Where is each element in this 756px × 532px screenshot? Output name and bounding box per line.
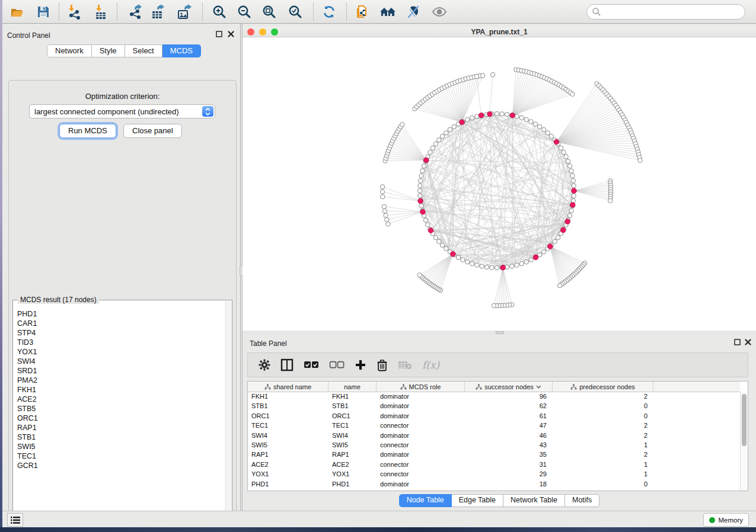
- float-panel-icon[interactable]: [215, 30, 223, 38]
- tab-network[interactable]: Network: [47, 44, 92, 57]
- list-item[interactable]: TEC1: [17, 451, 226, 461]
- table-row[interactable]: SWI5SWI5connector431: [248, 441, 740, 450]
- show-column-button[interactable]: [280, 356, 294, 374]
- show-task-history-button[interactable]: [7, 513, 23, 527]
- table-row[interactable]: STB1STB1dominator620: [248, 402, 740, 411]
- table-panel: Table Panel f(x) shared name name MCDS r…: [243, 335, 756, 511]
- export-image-button[interactable]: [174, 2, 194, 21]
- list-item[interactable]: SRD1: [17, 366, 226, 376]
- graphics-details-button[interactable]: [404, 2, 424, 21]
- delete-column-button[interactable]: [377, 356, 388, 374]
- zoom-out-button[interactable]: [234, 2, 254, 21]
- table-row[interactable]: ORC1ORC1dominator610: [248, 412, 740, 421]
- delete-table-button[interactable]: [398, 356, 412, 374]
- list-item[interactable]: PMA2: [17, 376, 226, 385]
- memory-status-icon: [709, 517, 715, 523]
- tab-mcds[interactable]: MCDS: [162, 44, 201, 57]
- clone-network-button[interactable]: [352, 2, 372, 21]
- list-item[interactable]: GCR1: [17, 461, 226, 470]
- zoom-selected-button[interactable]: [285, 2, 305, 21]
- network-window-titlebar[interactable]: YPA_prune.txt_1: [243, 27, 756, 37]
- list-item[interactable]: STB5: [17, 404, 226, 414]
- zoom-in-button[interactable]: [209, 2, 229, 21]
- tab-edge-table[interactable]: Edge Table: [452, 494, 503, 507]
- list-item[interactable]: CAR1: [17, 319, 226, 328]
- run-mcds-button[interactable]: Run MCDS: [59, 124, 116, 138]
- shared-column-icon: [476, 384, 482, 390]
- fx-icon: f(x): [422, 359, 439, 371]
- list-scrollbar[interactable]: [225, 301, 231, 519]
- table-row[interactable]: RAP1RAP1dominator352: [248, 450, 740, 460]
- table-row[interactable]: ACE2ACE2connector311: [248, 460, 740, 470]
- clone-network-icon: [354, 4, 371, 20]
- list-item[interactable]: FKH1: [17, 385, 226, 395]
- table-settings-button[interactable]: [259, 356, 270, 374]
- export-table-button[interactable]: [148, 2, 168, 21]
- table-row[interactable]: FKH1FKH1dominator962: [248, 392, 740, 402]
- function-builder-button[interactable]: f(x): [422, 356, 439, 374]
- export-network-button[interactable]: [125, 2, 145, 21]
- tab-network-table[interactable]: Network Table: [503, 494, 565, 507]
- close-panel-icon[interactable]: [744, 338, 752, 346]
- show-hide-button[interactable]: [429, 2, 449, 21]
- table-row[interactable]: TEC1TEC1connector472: [248, 421, 740, 431]
- close-panel-icon[interactable]: [227, 30, 235, 38]
- tab-style[interactable]: Style: [92, 44, 125, 57]
- mcds-result-list[interactable]: PHD1 CAR1 STP4 TID3 YOX1 SWI4 SRD1 PMA2 …: [14, 302, 226, 518]
- optimization-criterion-select[interactable]: largest connected component (undirected): [29, 104, 215, 118]
- toolbar-separator: [313, 3, 314, 21]
- list-item[interactable]: SWI5: [17, 442, 226, 451]
- import-table-button[interactable]: [91, 2, 111, 21]
- table-scrollbar[interactable]: [740, 392, 748, 491]
- list-item[interactable]: ORC1: [17, 414, 226, 423]
- apply-layout-button[interactable]: [319, 2, 339, 21]
- select-all-button[interactable]: [304, 356, 319, 374]
- table-row[interactable]: PHD1PHD1dominator180: [248, 480, 740, 489]
- list-item[interactable]: ACE2: [17, 395, 226, 404]
- list-item[interactable]: TID3: [17, 338, 226, 347]
- list-item[interactable]: SWI4: [17, 357, 226, 366]
- table-header-row: shared name name MCDS role successor nod…: [248, 382, 740, 392]
- zoom-in-icon: [212, 4, 227, 20]
- close-panel-button[interactable]: Close panel: [123, 124, 182, 138]
- network-window-title: YPA_prune.txt_1: [243, 28, 756, 36]
- table-row[interactable]: SWI4SWI4dominator462: [248, 431, 740, 441]
- open-folder-icon: [9, 4, 25, 20]
- save-session-button[interactable]: [33, 2, 53, 21]
- column-header-successor-nodes[interactable]: successor nodes: [465, 382, 553, 392]
- column-header-mcds-role[interactable]: MCDS role: [377, 382, 465, 392]
- horizontal-splitter-grip[interactable]: [496, 331, 504, 334]
- unselect-all-button[interactable]: [329, 356, 344, 374]
- create-column-button[interactable]: [355, 356, 366, 374]
- list-item[interactable]: RAP1: [17, 423, 226, 432]
- save-floppy-icon: [36, 5, 50, 19]
- zoom-selected-icon: [288, 4, 303, 20]
- float-panel-icon[interactable]: [733, 338, 741, 346]
- tab-motifs[interactable]: Motifs: [565, 494, 599, 507]
- tab-node-table[interactable]: Node Table: [399, 494, 452, 507]
- zoom-fit-button[interactable]: [259, 2, 279, 21]
- control-panel: Control Panel Network Style Select MCDS …: [2, 24, 240, 511]
- column-header-name[interactable]: name: [328, 382, 377, 392]
- delete-table-icon: [398, 360, 412, 370]
- tab-select[interactable]: Select: [125, 44, 162, 57]
- scrollbar-thumb[interactable]: [742, 394, 747, 446]
- network-canvas[interactable]: [243, 37, 756, 331]
- main-toolbar: [2, 0, 756, 24]
- table-row[interactable]: YOX1YOX1connector291: [248, 470, 740, 479]
- shared-column-icon: [264, 384, 271, 390]
- import-network-button[interactable]: [65, 2, 85, 21]
- houses-icon: [379, 4, 397, 20]
- list-item[interactable]: STP4: [17, 328, 226, 338]
- list-item[interactable]: STB1: [17, 432, 226, 442]
- cytoscape-home-button[interactable]: [378, 2, 398, 21]
- column-header-predecessor-nodes[interactable]: predecessor nodes: [553, 382, 653, 392]
- open-file-button[interactable]: [7, 2, 27, 21]
- column-header-shared-name[interactable]: shared name: [248, 382, 328, 392]
- memory-button[interactable]: Memory: [703, 513, 749, 527]
- memory-label: Memory: [718, 517, 743, 524]
- mcds-tab-content: Optimization criterion: largest connecte…: [8, 80, 237, 524]
- search-input[interactable]: [601, 6, 745, 18]
- list-item[interactable]: YOX1: [17, 347, 226, 357]
- list-item[interactable]: PHD1: [17, 309, 226, 319]
